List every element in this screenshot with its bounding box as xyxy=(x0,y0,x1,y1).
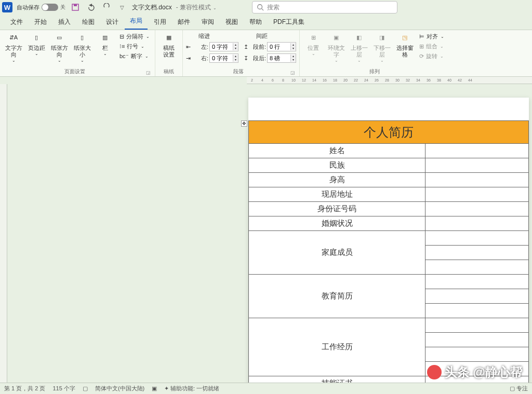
vertical-ruler[interactable] xyxy=(0,84,7,383)
toggle-switch-icon xyxy=(42,4,58,11)
resume-title[interactable]: 个人简历 xyxy=(249,121,529,144)
status-macro-icon[interactable]: ▣ xyxy=(152,385,157,392)
paragraph-launcher[interactable]: ◲ xyxy=(290,70,295,75)
page-size-button[interactable]: ▯纸张大小⌄ xyxy=(72,32,92,63)
table-row-value[interactable] xyxy=(425,173,529,187)
svg-line-3 xyxy=(262,9,264,11)
table-row-value[interactable] xyxy=(425,144,529,158)
margins-icon: ▯ xyxy=(31,32,42,44)
margins-button[interactable]: ▯页边距⌄ xyxy=(26,32,47,57)
text-wrap-button: ▣环绕文 字⌄ xyxy=(326,32,347,63)
table-row-label[interactable]: 现居地址 xyxy=(249,187,425,202)
selection-pane-button[interactable]: ◳选择窗格 xyxy=(394,32,415,58)
svg-rect-1 xyxy=(74,4,77,6)
tab-开始[interactable]: 开始 xyxy=(29,15,52,30)
save-button[interactable] xyxy=(70,2,81,13)
position-button: ⊞位置⌄ xyxy=(303,32,324,57)
indent-right-icon: ⇥ xyxy=(186,55,191,62)
qat-customize-button[interactable]: ▽ xyxy=(116,2,128,13)
group-label-paragraph: 段落 xyxy=(233,67,244,75)
table-row-label[interactable]: 姓名 xyxy=(249,144,425,158)
indent-right-input[interactable]: ▴▾ xyxy=(209,53,238,63)
columns-icon: ▥ xyxy=(99,32,111,44)
tab-审阅[interactable]: 审阅 xyxy=(196,15,219,30)
table-row-label[interactable]: 身高 xyxy=(249,173,425,187)
tab-文件[interactable]: 文件 xyxy=(5,15,28,30)
table-row-label[interactable]: 民族 xyxy=(249,158,425,173)
compat-mode-label[interactable]: - 兼容性模式 ⌄ xyxy=(176,3,217,12)
space-before-input[interactable]: ▴▾ xyxy=(267,42,296,51)
page-size-icon: ▯ xyxy=(76,32,88,44)
hyphenation-button[interactable]: bc⁻断字⌄ xyxy=(117,52,152,61)
line-numbers-icon: ⁝≡ xyxy=(119,43,125,50)
tab-帮助[interactable]: 帮助 xyxy=(244,15,267,30)
table-row-label[interactable]: 教育简历 xyxy=(249,275,425,318)
search-icon xyxy=(257,4,264,11)
table-move-handle[interactable]: ✥ xyxy=(241,120,247,127)
tab-插入[interactable]: 插入 xyxy=(53,15,76,30)
svg-point-2 xyxy=(258,5,262,9)
space-after-input[interactable]: ▴▾ xyxy=(267,53,296,63)
redo-button[interactable] xyxy=(101,2,112,13)
table-row-value[interactable] xyxy=(425,376,529,383)
status-page[interactable]: 第 1 页，共 2 页 xyxy=(4,385,45,392)
columns-button[interactable]: ▥栏⌄ xyxy=(95,32,115,57)
table-row-value[interactable] xyxy=(425,333,529,347)
autosave-state: 关 xyxy=(60,4,65,11)
space-after-icon: ↧ xyxy=(244,55,248,62)
tab-视图[interactable]: 视图 xyxy=(220,15,243,30)
table-row-value[interactable] xyxy=(425,202,529,216)
table-row-value[interactable] xyxy=(425,260,529,275)
table-row-value[interactable] xyxy=(425,289,529,304)
status-language[interactable]: 简体中文(中国大陆) xyxy=(95,385,144,392)
tab-邮件[interactable]: 邮件 xyxy=(172,15,195,30)
group-objects-button: ⊞组合⌄ xyxy=(417,42,446,51)
group-label-arrange: 排列 xyxy=(369,67,380,75)
page-setup-launcher[interactable]: ◲ xyxy=(146,70,151,75)
status-bar: 第 1 页，共 2 页 115 个字 ▢ 简体中文(中国大陆) ▣ ✦ 辅助功能… xyxy=(0,383,532,394)
resume-table[interactable]: 个人简历姓名民族身高现居地址身份证号码婚姻状况家庭成员教育简历工作经历技能证书 xyxy=(248,120,529,383)
orientation-button[interactable]: ▭纸张方向⌄ xyxy=(49,32,70,63)
spacing-header: 间距 xyxy=(244,32,296,40)
horizontal-ruler[interactable]: 2468101214161820222426283032343638404244 xyxy=(247,77,532,84)
indent-left-input[interactable]: ▴▾ xyxy=(209,42,238,51)
status-spellcheck-icon[interactable]: ▢ xyxy=(83,385,88,392)
table-row-label[interactable]: 身份证号码 xyxy=(249,202,425,216)
table-row-value[interactable] xyxy=(425,187,529,202)
tab-绘图[interactable]: 绘图 xyxy=(77,15,100,30)
tab-引用[interactable]: 引用 xyxy=(149,15,171,30)
table-row-label[interactable]: 技能证书 xyxy=(249,376,425,383)
bring-forward-button: ◧上移一层⌄ xyxy=(349,32,369,63)
undo-button[interactable] xyxy=(85,2,97,13)
focus-mode-button[interactable]: ▢ 专注 xyxy=(510,385,528,392)
table-row-label[interactable]: 婚姻状况 xyxy=(249,216,425,231)
word-app-icon: W xyxy=(2,2,12,12)
status-word-count[interactable]: 115 个字 xyxy=(52,385,75,392)
draft-settings-button[interactable]: ▦稿纸 设置 xyxy=(158,32,179,58)
breaks-button[interactable]: ⊟分隔符⌄ xyxy=(117,32,152,41)
autosave-toggle[interactable]: 自动保存 关 xyxy=(17,4,65,11)
table-row-value[interactable] xyxy=(425,216,529,231)
rotate-button: ⟳旋转⌄ xyxy=(417,52,446,61)
search-input[interactable]: 搜索 xyxy=(252,1,397,13)
table-row-value[interactable] xyxy=(425,231,529,246)
send-backward-button: ◨下移一层⌄ xyxy=(371,32,392,63)
tab-设计[interactable]: 设计 xyxy=(101,15,124,30)
table-row-value[interactable] xyxy=(425,246,529,260)
table-row-value[interactable] xyxy=(425,158,529,173)
align-button[interactable]: ⊨对齐⌄ xyxy=(417,32,446,41)
selection-pane-icon: ◳ xyxy=(399,32,410,44)
text-direction-button[interactable]: ⇵A文字方向⌄ xyxy=(3,32,24,63)
tab-布局[interactable]: 布局 xyxy=(125,13,148,30)
table-row-label[interactable]: 家庭成员 xyxy=(249,231,425,275)
table-row-value[interactable] xyxy=(425,275,529,289)
status-accessibility[interactable]: ✦ 辅助功能: 一切就绪 xyxy=(164,385,219,392)
table-row-value[interactable] xyxy=(425,304,529,318)
line-numbers-button[interactable]: ⁝≡行号⌄ xyxy=(117,42,152,51)
table-row-value[interactable] xyxy=(425,318,529,333)
tab-PDF工具集[interactable]: PDF工具集 xyxy=(268,15,310,30)
document-page[interactable]: ✥ 个人简历姓名民族身高现居地址身份证号码婚姻状况家庭成员教育简历工作经历技能证… xyxy=(248,98,529,383)
table-row-value[interactable] xyxy=(425,362,529,376)
table-row-value[interactable] xyxy=(425,347,529,362)
table-row-label[interactable]: 工作经历 xyxy=(249,318,425,376)
